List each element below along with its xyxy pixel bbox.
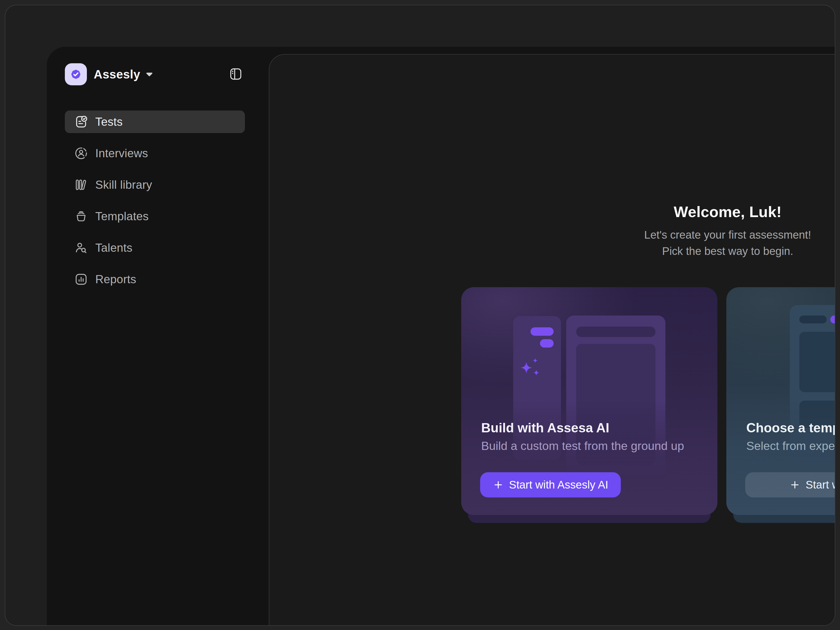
badge-check-icon: [68, 67, 84, 82]
sidebar-item-talents[interactable]: Talents: [65, 237, 245, 259]
sidebar-item-templates[interactable]: Templates: [65, 205, 245, 227]
sparkles-icon: [519, 357, 542, 381]
screen: Assesly: [0, 0, 840, 630]
app-window: Assesly: [5, 5, 835, 626]
mockup-pill: [799, 316, 827, 324]
sidebar-item-reports[interactable]: Reports: [65, 268, 245, 291]
sidebar-item-label: Skill library: [95, 178, 152, 191]
templates-icon: [73, 208, 89, 224]
brand-name: Assesly: [94, 67, 140, 81]
mockup-app-panel: [566, 316, 665, 483]
workspace-switcher[interactable]: Assesly: [65, 63, 153, 85]
sidebar-item-label: Interviews: [95, 147, 148, 160]
reports-icon: [73, 272, 89, 287]
button-label: Start with Assesly AI: [509, 478, 608, 491]
panel-left-icon: [228, 67, 243, 81]
card-choose-template[interactable]: Choose a templa Select from exper Start …: [726, 287, 835, 515]
sidebar-nav: Tests Interviews: [65, 111, 245, 300]
card-title: Choose a templa: [746, 420, 835, 436]
mockup-pill: [540, 339, 554, 347]
welcome-block: Welcome, Luk! Let's create your first as…: [597, 203, 835, 259]
welcome-subtitle: Let's create your first assessment!Pick …: [597, 227, 835, 259]
mockup-pill-accent: [830, 316, 835, 324]
sidebar-item-tests[interactable]: Tests: [65, 111, 245, 133]
mockup-pill: [531, 327, 554, 336]
skill-library-icon: [73, 177, 89, 193]
sidebar-toggle-button[interactable]: [228, 67, 243, 81]
button-label: Start with te: [805, 478, 835, 491]
sidebar-item-label: Tests: [95, 115, 123, 128]
plus-icon: [789, 479, 801, 490]
interviews-icon: [73, 145, 89, 161]
sidebar-item-label: Talents: [95, 241, 133, 254]
talents-icon: [73, 240, 89, 256]
sidebar-item-interviews[interactable]: Interviews: [65, 142, 245, 164]
mockup-screen: [799, 332, 835, 392]
card-build-with-ai[interactable]: Build with Assesa AI Build a custom test…: [461, 287, 717, 515]
sidebar-item-label: Reports: [95, 273, 136, 286]
card-title: Build with Assesa AI: [481, 420, 609, 436]
welcome-title: Welcome, Luk!: [597, 203, 835, 221]
mockup-toolbar: [576, 327, 655, 337]
sidebar-item-label: Templates: [95, 210, 148, 223]
brand-logo: [65, 63, 87, 85]
tests-icon: [73, 114, 89, 129]
start-with-assesly-ai-button[interactable]: Start with Assesly AI: [480, 472, 621, 497]
plus-icon: [493, 479, 504, 490]
card-subtitle: Select from exper: [746, 438, 835, 453]
sidebar-item-skill-library[interactable]: Skill library: [65, 174, 245, 196]
chevron-down-icon: [145, 72, 153, 77]
card-subtitle: Build a custom test from the ground up: [481, 438, 684, 453]
start-with-template-button[interactable]: Start with te: [745, 472, 835, 497]
